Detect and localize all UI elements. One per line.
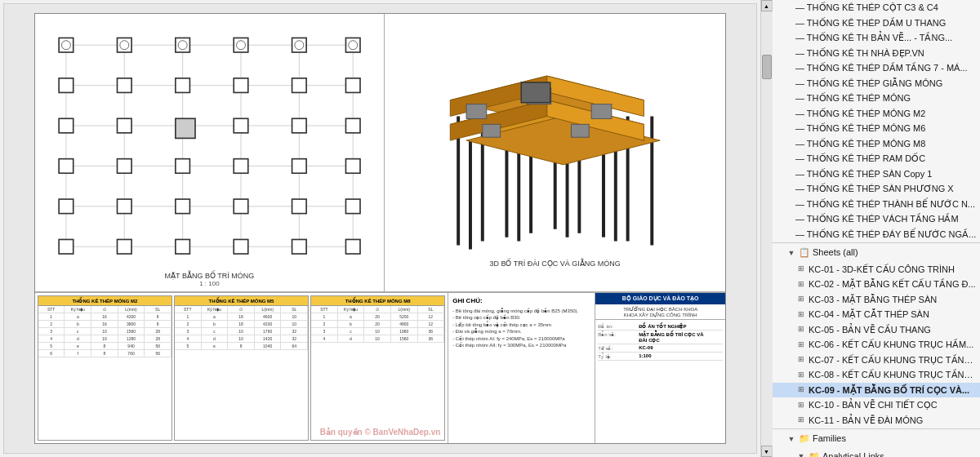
sidebar-item-thep-tang2[interactable]: — THỐNG KÊ TH NHÀ ĐẸP.VN xyxy=(773,46,980,61)
cell: 1960 xyxy=(391,328,418,335)
sidebar-item-kc03[interactable]: ⊞ KC-03 - MẶT BẰNG THÉP SÀN xyxy=(773,292,980,308)
item-label: KC-07 - KẾT CẤU KHUNG TRỤC TẦNG... xyxy=(808,353,977,367)
cell: 1560 xyxy=(391,335,418,342)
cell: 10 xyxy=(281,313,308,320)
svg-rect-18 xyxy=(59,78,74,93)
divider xyxy=(773,242,980,243)
item-label: — THỐNG KÊ THÉP MÓNG M2 xyxy=(795,107,925,121)
sidebar-item-kc07[interactable]: ⊞ KC-07 - KẾT CẤU KHUNG TRỤC TẦNG... xyxy=(773,353,980,368)
svg-rect-33 xyxy=(234,159,248,174)
table-row: STT Ký hiệu ∅ L(mm) SL xyxy=(311,306,444,313)
cell: 18 xyxy=(228,313,255,320)
plan-grid-svg xyxy=(39,18,380,269)
divider xyxy=(773,428,980,429)
sidebar-item-thep-mong-m8[interactable]: — THỐNG KÊ THÉP MÓNG M8 xyxy=(773,136,980,152)
sidebar-item-thep-mong[interactable]: — THỐNG KÊ THÉP MÓNG xyxy=(773,91,980,106)
cell: 8 xyxy=(91,350,118,357)
families-folder-icon: 📁 xyxy=(799,433,810,445)
table-row: STT Ký hiệu ∅ L(mm) SL xyxy=(38,306,172,313)
sidebar-item-thep-mong-m6[interactable]: — THỐNG KÊ THÉP MÓNG M6 xyxy=(773,121,980,136)
sidebar-item-thep-cot-c3-c4[interactable]: — THỐNG KÊ THÉP CỘT C3 & C4 xyxy=(773,0,980,16)
cell: 8 xyxy=(91,343,118,349)
sidebar-item-thep-thanh-be-nuoc[interactable]: — THỐNG KÊ THÉP THÀNH BỂ NƯỚC N... xyxy=(773,197,980,212)
sidebar-item-thep-san-copy1[interactable]: — THỐNG KÊ THÉP SÀN Copy 1 xyxy=(773,166,980,182)
steel-table-m8: THỐNG KÊ THÉP MÓNG M8 STT Ký hiệu ∅ L(mm… xyxy=(310,295,445,441)
cell: a xyxy=(338,313,365,320)
sidebar-item-kc05[interactable]: ⊞ KC-05 - BẢN VẼ CẦU THANG xyxy=(773,322,980,338)
sidebar-item-thep-dam-u-thang[interactable]: — THỐNG KÊ THÉP DẦM U THANG xyxy=(773,16,980,31)
expand-icon: ⊞ xyxy=(795,264,807,275)
cell: 10 xyxy=(281,321,308,327)
scroll-down-btn[interactable]: ▼ xyxy=(761,446,773,457)
analytical-links-section[interactable]: ▼ 📁 Analytical Links xyxy=(773,448,980,457)
sidebar-item-kc10[interactable]: ⊞ KC-10 - BẢN VẼ CHI TIẾT CỌC xyxy=(773,397,980,413)
cell: 10 xyxy=(364,335,391,342)
svg-rect-30 xyxy=(59,159,74,174)
app-scrollbar[interactable]: ▲ ▼ xyxy=(760,0,772,457)
svg-rect-46 xyxy=(292,239,306,254)
sidebar-item-kc09[interactable]: ⊞ KC-09 - MẶT BẰNG BỐ TRÍ CỌC VÀ... xyxy=(773,383,980,398)
cell: L(mm) xyxy=(391,306,418,313)
folder-icon: 📁 xyxy=(808,450,820,457)
cell: 4200 xyxy=(255,321,282,327)
sidebar-item-kc04[interactable]: ⊞ KC-04 - MẶT CẮT THÉP SÀN xyxy=(773,307,980,322)
cell: e xyxy=(65,343,91,349)
sheets-section-header[interactable]: ▼ 📋 Sheets (all) xyxy=(773,244,980,262)
cell: a xyxy=(202,313,229,320)
svg-rect-40 xyxy=(292,199,306,214)
scroll-track[interactable] xyxy=(761,11,773,446)
sidebar-scroll[interactable]: — THỐNG KÊ THÉP CỘT C3 & C4 — THỐNG KÊ T… xyxy=(773,0,980,457)
cell: 32 xyxy=(281,335,308,342)
svg-rect-16 xyxy=(292,38,306,52)
table-row: 3 c 10 1960 36 xyxy=(311,328,444,335)
sidebar-item-thep-dam-tang7[interactable]: — THỐNG KÊ THÉP DẦM TẦNG 7 - MÁ... xyxy=(773,60,980,76)
sidebar-item-kc01[interactable]: ⊞ KC-01 - 3D-KẾT CẤU CÔNG TRÌNH xyxy=(773,262,980,277)
right-sidebar: — THỐNG KÊ THÉP CỘT C3 & C4 — THỐNG KÊ T… xyxy=(772,0,980,457)
families-section-header[interactable]: ▼ 📁 Families xyxy=(773,430,980,448)
drawing-container: MẶT BẰNG BỐ TRÍ MÓNG 1 : 100 xyxy=(4,4,756,453)
item-label: — THỐNG KÊ THÉP RAM DỐC xyxy=(795,152,925,166)
steel-table-m5: THỐNG KÊ THÉP MÓNG M5 STT Ký hiệu ∅ L(mm… xyxy=(174,295,309,441)
cell: 18 xyxy=(228,321,255,327)
title-block-ministry: BỘ GIÁO DỤC VÀ ĐÀO TẠO xyxy=(595,293,725,304)
sidebar-item-thep-giangmong[interactable]: — THỐNG KÊ THÉP GIẰNG MÓNG xyxy=(773,76,980,91)
drawing-bottom: THỐNG KÊ THÉP MÓNG M2 STT Ký hiệu ∅ L(mm… xyxy=(35,292,725,443)
sidebar-item-kc02[interactable]: ⊞ KC-02 - MẶT BẰNG KẾT CẤU TẦNG Đ... xyxy=(773,277,980,292)
watermark: Bản quyền © BanVeNhaDep.vn xyxy=(320,428,441,437)
table-row: 4 d 10 1560 36 xyxy=(311,335,444,343)
cell: 760 xyxy=(118,350,145,357)
table-row: 3 c 10 1760 32 xyxy=(175,328,308,335)
sidebar-item-kc06[interactable]: ⊞ KC-06 - KẾT CẤU KHUNG TRỤC HẦM... xyxy=(773,337,980,353)
cell: 8 xyxy=(145,313,172,320)
table-row: STT Ký hiệu ∅ L(mm) SL xyxy=(175,306,308,313)
main-drawing-area: MẶT BẰNG BỐ TRÍ MÓNG 1 : 100 xyxy=(3,3,757,454)
cell: 36 xyxy=(418,328,445,335)
drawing-top: MẶT BẰNG BỐ TRÍ MÓNG 1 : 100 xyxy=(35,14,725,292)
sidebar-item-thep-ram-doc[interactable]: — THỐNG KÊ THÉP RAM DỐC xyxy=(773,151,980,166)
item-label: KC-11 - BẢN VẼ ĐÀI MÓNG xyxy=(808,414,923,428)
title-row: Tỷ lệ: 1:100 xyxy=(598,353,723,361)
table-row: 2 b 18 4200 10 xyxy=(175,321,308,328)
plan-scale: 1 : 100 xyxy=(199,280,219,287)
scroll-up-btn[interactable]: ▲ xyxy=(761,0,773,11)
svg-rect-38 xyxy=(176,199,190,214)
cell: SL xyxy=(281,306,308,313)
item-label: — THỐNG KÊ THÉP MÓNG xyxy=(795,91,911,105)
expand-icon: ⊞ xyxy=(795,369,807,380)
title-block-main: Đồ án: ĐỒ ÁN TỐT NGHIỆP Bản vẽ: MẶT BẰNG… xyxy=(595,320,725,443)
sidebar-item-thep-vach-tang-ham[interactable]: — THỐNG KÊ THÉP VÁCH TẦNG HẦM xyxy=(773,211,980,227)
sidebar-item-kc08[interactable]: ⊞ KC-08 - KẾT CẤU KHUNG TRỤC TẦNG... xyxy=(773,367,980,383)
scroll-thumb[interactable] xyxy=(762,55,772,79)
cell: c xyxy=(202,328,229,335)
svg-rect-14 xyxy=(176,38,190,52)
sidebar-item-thep-mong-m2[interactable]: — THỐNG KÊ THÉP MÓNG M2 xyxy=(773,106,980,122)
sidebar-item-thep-tang1[interactable]: — THỐNG KÊ TH BẢN VẼ... - TẦNG... xyxy=(773,30,980,46)
iso-view: 3D BỐ TRÍ ĐÀI CỌC VÀ GIẰNG MÓNG xyxy=(385,14,725,291)
sidebar-item-thep-san-phuongx[interactable]: — THỐNG KÊ THÉP SÀN PHƯƠNG X xyxy=(773,181,980,197)
sidebar-item-thep-day-be-nuoc[interactable]: — THỐNG KÊ THÉP ĐÁY BỂ NƯỚC NGẦ... xyxy=(773,227,980,242)
sidebar-item-kc11[interactable]: ⊞ KC-11 - BẢN VẼ ĐÀI MÓNG xyxy=(773,413,980,428)
svg-rect-78 xyxy=(571,124,589,137)
title-row: Bản vẽ: MẶT BẰNG BỐ TRÍ CỌC VÀ ĐÀI CỌC xyxy=(598,331,723,344)
item-label: — THỐNG KÊ THÉP VÁCH TẦNG HẦM xyxy=(795,212,959,226)
svg-rect-37 xyxy=(117,199,131,214)
